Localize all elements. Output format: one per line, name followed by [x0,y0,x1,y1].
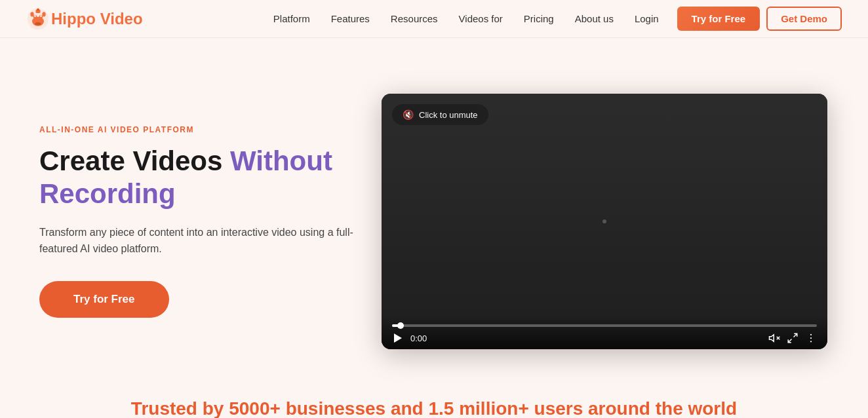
logo[interactable]: Hippo Video [26,7,143,31]
fullscreen-icon [787,332,799,344]
video-player[interactable]: 🔇 Click to unmute 0:00 [382,94,827,349]
volume-button[interactable] [768,332,780,344]
hero-try-free-button[interactable]: Try for Free [39,281,169,318]
nav-links: Platform Features Resources Videos for P… [266,13,667,25]
nav-item-about-us[interactable]: About us [567,8,621,29]
svg-point-19 [810,341,812,342]
nav-item-videos-for[interactable]: Videos for [451,8,511,29]
svg-line-15 [794,333,797,337]
video-time: 0:00 [410,333,427,343]
play-button[interactable] [392,333,403,343]
nav-item-resources[interactable]: Resources [383,8,446,29]
svg-point-8 [42,12,45,16]
svg-point-17 [810,334,812,335]
nav-cta-group: Try for Free Get Demo [677,7,842,31]
svg-point-4 [34,15,36,17]
hero-subtext: Transform any piece of content into an i… [39,224,354,257]
hero-left: ALL-IN-ONE AI VIDEO PLATFORM Create Vide… [39,125,380,318]
video-background [382,94,827,349]
svg-point-10 [37,8,39,10]
navbar: Hippo Video Platform Features Resources … [0,0,868,38]
video-controls-left: 0:00 [392,333,427,343]
hero-right: 🔇 Click to unmute 0:00 [380,94,829,349]
video-center-dot [602,219,606,223]
nav-item-login[interactable]: Login [627,8,667,29]
nav-item-platform[interactable]: Platform [266,8,318,29]
hero-section: ALL-IN-ONE AI VIDEO PLATFORM Create Vide… [0,38,868,392]
hero-headline-part1: Create Videos [39,145,230,176]
trusted-text: Trusted by 5000+ businesses and 1.5 mill… [39,398,829,418]
svg-point-5 [40,15,42,17]
trusted-section: Trusted by 5000+ businesses and 1.5 mill… [0,392,868,418]
volume-icon [768,332,780,344]
nav-get-demo-button[interactable]: Get Demo [766,7,842,31]
nav-item-features[interactable]: Features [323,8,378,29]
svg-marker-11 [394,333,402,343]
unmute-badge[interactable]: 🔇 Click to unmute [392,104,488,125]
more-options-icon [805,332,817,344]
svg-marker-12 [770,335,774,342]
video-controls: 0:00 [382,316,827,349]
svg-point-7 [30,12,33,16]
video-controls-right [768,332,817,344]
more-options-button[interactable] [805,332,817,344]
video-controls-row: 0:00 [392,332,817,344]
hero-eyebrow: ALL-IN-ONE AI VIDEO PLATFORM [39,125,354,134]
video-progress-bar[interactable] [392,324,817,327]
svg-point-6 [35,22,41,25]
play-icon [392,333,403,343]
nav-item-pricing[interactable]: Pricing [516,8,562,29]
svg-line-16 [788,339,791,343]
unmute-label: Click to unmute [419,110,478,120]
svg-point-18 [810,337,812,339]
video-progress-handle[interactable] [397,322,404,329]
hero-headline: Create Videos Without Recording [39,145,354,211]
logo-brand-name: Hippo Video [51,10,143,28]
fullscreen-button[interactable] [787,332,799,344]
logo-icon [26,7,50,31]
nav-try-free-button[interactable]: Try for Free [677,7,760,31]
mute-icon: 🔇 [403,109,414,120]
